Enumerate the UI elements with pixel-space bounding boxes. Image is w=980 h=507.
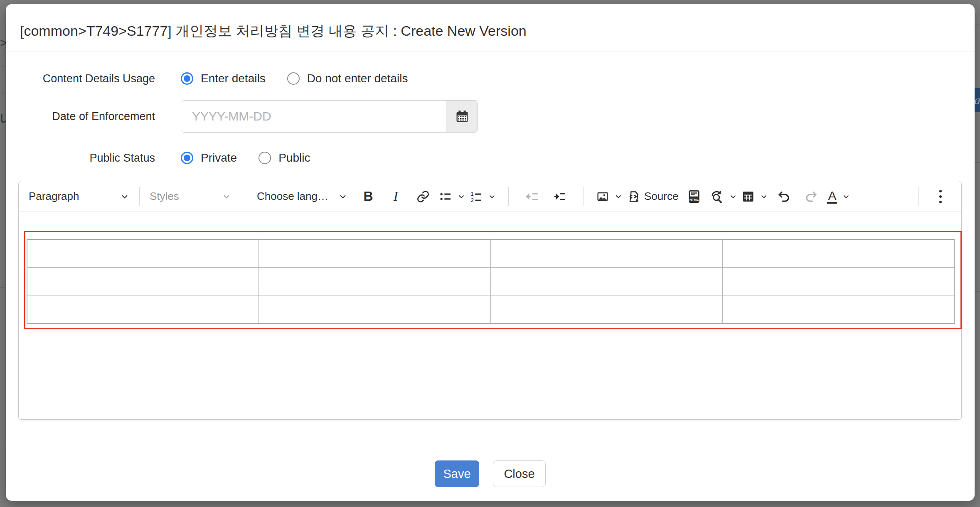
public-status-row: Public Status Private Public [6, 151, 332, 165]
text-styles-value: Styles [150, 190, 179, 203]
undo-button[interactable] [772, 185, 795, 208]
date-field-group [181, 100, 478, 133]
radio-do-not-enter-details[interactable]: Do not enter details [287, 72, 408, 85]
chevron-down-icon [222, 192, 231, 201]
calendar-icon [455, 109, 470, 124]
bulleted-list-icon [439, 190, 452, 203]
toolbar-divider [139, 187, 140, 206]
table-cell[interactable] [259, 268, 491, 295]
table-cell[interactable] [722, 295, 954, 324]
insert-image-dropdown[interactable] [596, 190, 623, 203]
paragraph-style-value: Paragraph [29, 190, 79, 203]
radio-button-icon[interactable] [287, 72, 300, 85]
insert-table-dropdown[interactable] [741, 190, 768, 203]
language-dropdown[interactable]: Choose lang… [257, 190, 347, 203]
selected-table-widget[interactable] [24, 231, 962, 329]
table-row [27, 295, 954, 324]
table-cell[interactable] [491, 295, 723, 324]
table-cell[interactable] [491, 239, 723, 268]
find-and-replace-dropdown[interactable] [710, 190, 737, 204]
radio-enter-details[interactable]: Enter details [181, 72, 266, 85]
bulleted-list-dropdown[interactable] [439, 190, 465, 203]
content-details-usage-label: Content Details Usage [6, 72, 155, 85]
paragraph-style-dropdown[interactable]: Paragraph [29, 190, 129, 203]
chevron-down-icon [457, 192, 465, 201]
editor-content-table[interactable] [27, 239, 955, 324]
redo-icon [804, 190, 818, 204]
radio-label: Enter details [201, 72, 266, 85]
find-replace-icon [710, 190, 724, 204]
undo-icon [777, 190, 791, 204]
image-icon [596, 190, 609, 203]
source-label: Source [644, 190, 678, 203]
table-cell[interactable] [27, 268, 259, 295]
numbered-list-icon: 1 2 [470, 190, 483, 203]
background-divider [0, 93, 6, 94]
source-button[interactable]: Source [627, 190, 678, 203]
chevron-down-icon [120, 192, 129, 201]
background-divider [0, 287, 6, 288]
link-icon [416, 190, 430, 203]
chevron-down-icon [729, 192, 737, 201]
redo-button[interactable] [800, 185, 823, 208]
bold-icon: B [363, 189, 373, 204]
dot [939, 201, 942, 203]
radio-button-icon[interactable] [259, 152, 271, 164]
save-button[interactable]: Save [435, 460, 479, 487]
html-embed-button[interactable]: HTML [682, 185, 706, 208]
outdent-icon [525, 190, 539, 204]
italic-icon: I [394, 189, 398, 204]
table-cell[interactable] [259, 239, 491, 268]
background-divider [0, 66, 6, 66]
table-cell[interactable] [722, 268, 954, 295]
dialog-title: [common>T749>S1777] 개인정보 처리방침 변경 내용 공지 :… [20, 22, 527, 41]
more-options-button[interactable] [929, 185, 952, 208]
editor-content-area[interactable] [19, 212, 961, 419]
radio-label: Do not enter details [307, 72, 408, 85]
calendar-picker-button[interactable] [446, 101, 478, 132]
chevron-down-icon [338, 192, 347, 201]
background-blue-button: a [974, 88, 980, 112]
toolbar-divider [918, 187, 919, 206]
html-badge-text: HTML [689, 197, 699, 201]
radio-button-icon[interactable] [181, 72, 193, 85]
numbered-list-dropdown[interactable]: 1 2 [470, 190, 496, 203]
svg-text:2: 2 [471, 197, 474, 203]
table-cell[interactable] [259, 295, 491, 324]
bold-button[interactable]: B [357, 185, 380, 208]
table-cell[interactable] [722, 239, 954, 268]
table-row [27, 268, 954, 295]
chevron-down-icon [842, 192, 850, 201]
public-status-label: Public Status [6, 152, 155, 165]
table-cell[interactable] [27, 295, 259, 324]
table-cell[interactable] [27, 239, 259, 268]
link-button[interactable] [411, 185, 435, 208]
table-cell[interactable] [491, 268, 723, 295]
public-status-options: Private Public [181, 151, 332, 165]
radio-label: Public [278, 151, 310, 165]
dot [939, 195, 942, 198]
outdent-button[interactable] [521, 185, 544, 208]
chevron-down-icon [760, 192, 768, 201]
svg-text:1: 1 [471, 191, 474, 197]
footer-divider [6, 446, 975, 446]
date-of-enforcement-label: Date of Enforcement [6, 110, 155, 123]
content-details-usage-options: Enter details Do not enter details [181, 72, 429, 85]
radio-private[interactable]: Private [181, 151, 237, 165]
toolbar-divider [508, 187, 509, 206]
background-divider [975, 291, 980, 292]
text-styles-dropdown[interactable]: Styles [150, 190, 231, 203]
font-color-dropdown[interactable]: A [827, 189, 850, 204]
indent-button[interactable] [548, 185, 571, 208]
table-row [27, 239, 954, 268]
source-icon [627, 190, 640, 203]
date-field-wrapper [181, 100, 478, 133]
date-of-enforcement-input[interactable] [181, 101, 446, 132]
create-new-version-dialog: [common>T749>S1777] 개인정보 처리방침 변경 내용 공지 :… [6, 4, 975, 501]
close-button[interactable]: Close [493, 460, 546, 487]
chevron-down-icon [614, 192, 623, 201]
rich-text-editor: Paragraph Styles Choose lang… [18, 181, 962, 420]
radio-button-icon[interactable] [181, 152, 193, 164]
radio-public[interactable]: Public [259, 151, 310, 165]
italic-button[interactable]: I [384, 185, 407, 208]
